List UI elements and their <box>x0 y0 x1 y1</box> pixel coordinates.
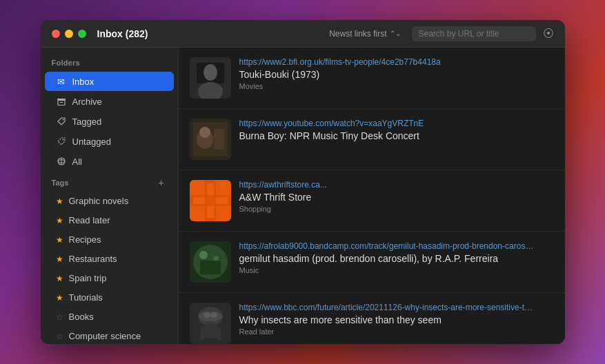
item-tag: Music <box>239 266 554 274</box>
tag-label: Spain trip <box>69 273 107 283</box>
svg-point-24 <box>213 256 219 261</box>
titlebar: Inbox (282) Newst links first ⌃⌄ ⦿ <box>41 20 565 48</box>
window-title: Inbox (282) <box>97 28 148 39</box>
item-url: https://www2.bfi.org.uk/films-tv-people/… <box>239 57 543 67</box>
item-thumbnail <box>190 303 231 344</box>
star-empty-icon: ☆ <box>56 332 63 341</box>
sidebar-item-all-label: All <box>72 156 82 167</box>
maximize-button[interactable] <box>78 30 86 38</box>
svg-rect-14 <box>214 129 224 150</box>
tags-section-label: Tags <box>52 179 69 187</box>
sidebar-tag-read-later[interactable]: ★ Read later <box>45 211 174 230</box>
svg-point-23 <box>199 251 208 259</box>
tag-label: Read later <box>69 215 110 225</box>
sidebar-item-all[interactable]: All <box>45 152 174 171</box>
item-tag: Read later <box>239 327 554 336</box>
tagged-icon <box>56 116 67 127</box>
svg-point-30 <box>204 312 210 318</box>
list-item[interactable]: https://afrolab9000.bandcamp.com/track/g… <box>179 232 565 293</box>
sidebar-item-untagged[interactable]: Untagged <box>45 132 174 151</box>
svg-point-4 <box>62 139 63 141</box>
item-title: Burna Boy: NPR Music Tiny Desk Concert <box>239 130 554 141</box>
sort-label: Newst links first <box>329 29 386 39</box>
item-tag: Shopping <box>239 205 554 213</box>
untagged-icon <box>56 136 67 147</box>
archive-icon <box>56 96 67 107</box>
list-item[interactable]: https://www.youtube.com/watch?v=xaaYgVRZ… <box>179 109 565 170</box>
sidebar-tag-tutorials[interactable]: ★ Tutorials <box>45 288 174 307</box>
sidebar-tag-spain-trip[interactable]: ★ Spain trip <box>45 269 174 287</box>
item-title: A&W Thrift Store <box>239 192 554 203</box>
item-title: gemilut hasadim (prod. brendon caroselli… <box>239 253 554 264</box>
item-url: https://www.youtube.com/watch?v=xaaYgVRZ… <box>239 119 543 128</box>
sidebar-tag-recipes[interactable]: ★ Recipes <box>45 230 174 249</box>
tag-label: Restaurants <box>69 254 117 264</box>
app-window: Inbox (282) Newst links first ⌃⌄ ⦿ Folde… <box>41 20 565 344</box>
sidebar: Folders ✉ Inbox Archive <box>41 48 179 344</box>
minimize-button[interactable] <box>65 30 73 38</box>
list-item[interactable]: https://awthriftstore.ca... A&W Thrift S… <box>179 170 565 232</box>
svg-point-9 <box>204 64 217 81</box>
person-icon[interactable]: ⦿ <box>543 28 554 40</box>
search-input[interactable] <box>412 26 536 41</box>
svg-rect-20 <box>205 180 216 221</box>
sidebar-item-inbox-label: Inbox <box>72 77 95 87</box>
folders-label: Folders <box>41 56 178 71</box>
item-body: https://www.bbc.com/future/article/20211… <box>239 303 554 336</box>
svg-point-3 <box>62 119 63 121</box>
sidebar-tag-restaurants[interactable]: ★ Restaurants <box>45 250 174 268</box>
star-icon: ★ <box>56 274 63 283</box>
sidebar-item-inbox[interactable]: ✉ Inbox <box>45 72 174 91</box>
item-tag: Movies <box>239 82 554 90</box>
star-icon: ★ <box>56 235 63 245</box>
inbox-icon: ✉ <box>56 76 67 87</box>
add-tag-button[interactable]: + <box>156 177 167 188</box>
tags-header: Tags + <box>41 172 178 191</box>
sort-selector[interactable]: Newst links first ⌃⌄ <box>329 29 400 39</box>
sidebar-item-archive[interactable]: Archive <box>45 92 174 111</box>
item-url: https://awthriftstore.ca... <box>239 180 543 190</box>
item-body: https://www.youtube.com/watch?v=xaaYgVRZ… <box>239 119 554 143</box>
list-item[interactable]: https://www2.bfi.org.uk/films-tv-people/… <box>179 48 565 109</box>
star-icon: ★ <box>56 216 63 225</box>
sidebar-tag-computer-science[interactable]: ☆ Computer science <box>45 327 174 344</box>
item-thumbnail <box>190 119 231 160</box>
item-thumbnail <box>190 57 231 99</box>
svg-point-31 <box>210 312 217 318</box>
star-icon: ★ <box>56 254 63 264</box>
sidebar-tag-books[interactable]: ☆ Books <box>45 307 174 326</box>
item-body: https://www2.bfi.org.uk/films-tv-people/… <box>239 57 554 90</box>
tag-label: Recipes <box>69 234 101 245</box>
svg-point-15 <box>199 127 210 138</box>
sidebar-item-tagged-label: Tagged <box>72 117 102 127</box>
item-url: https://www.bbc.com/future/article/20211… <box>239 303 536 312</box>
item-title: Touki-Bouki (1973) <box>239 69 554 80</box>
svg-rect-0 <box>57 99 66 100</box>
tag-label: Computer science <box>69 331 141 341</box>
star-empty-icon: ☆ <box>56 312 63 322</box>
all-icon <box>56 156 67 167</box>
item-url: https://afrolab9000.bandcamp.com/track/g… <box>239 241 536 251</box>
star-icon: ★ <box>56 293 63 303</box>
item-body: https://afrolab9000.bandcamp.com/track/g… <box>239 241 554 274</box>
sort-chevron-icon: ⌃⌄ <box>390 30 401 37</box>
main-list: https://www2.bfi.org.uk/films-tv-people/… <box>179 48 565 344</box>
sidebar-tag-graphic-novels[interactable]: ★ Graphic novels <box>45 192 174 210</box>
star-icon: ★ <box>56 196 63 206</box>
item-title: Why insects are more sensitive than they… <box>239 314 554 325</box>
sidebar-item-archive-label: Archive <box>72 97 102 107</box>
tag-label: Graphic novels <box>69 196 129 206</box>
sidebar-item-untagged-label: Untagged <box>72 136 111 147</box>
tag-label: Tutorials <box>69 292 103 303</box>
list-item[interactable]: https://www.bbc.com/future/article/20211… <box>179 293 565 344</box>
item-thumbnail <box>190 180 231 221</box>
close-button[interactable] <box>52 30 60 38</box>
sidebar-item-tagged[interactable]: Tagged <box>45 112 174 131</box>
tag-label: Books <box>69 312 94 322</box>
traffic-lights <box>52 30 86 38</box>
item-thumbnail <box>190 241 231 283</box>
content-area: Folders ✉ Inbox Archive <box>41 48 565 344</box>
item-body: https://awthriftstore.ca... A&W Thrift S… <box>239 180 554 213</box>
svg-rect-27 <box>200 261 221 274</box>
